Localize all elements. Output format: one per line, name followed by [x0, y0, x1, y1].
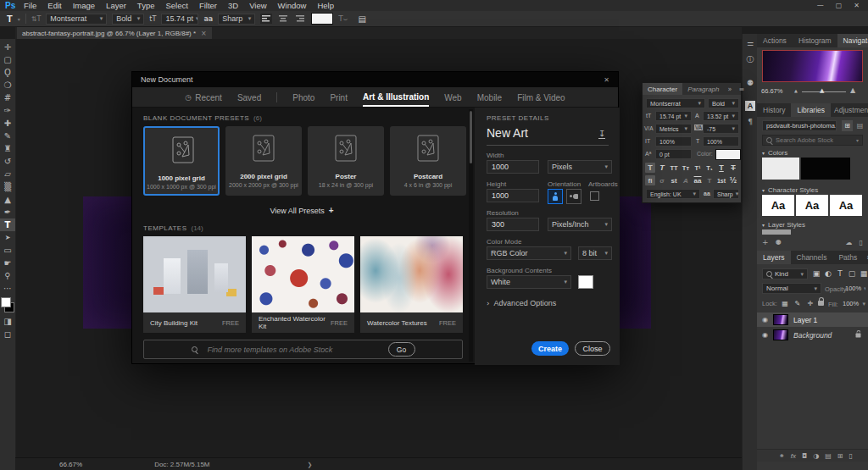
visibility-eye-icon[interactable]: ◉	[762, 316, 768, 323]
resolution-input[interactable]	[487, 218, 539, 231]
color-swatches[interactable]	[1, 297, 14, 312]
properties-panel-icon[interactable]: ⚌	[747, 39, 754, 47]
lock-pixels-icon[interactable]: ✎	[793, 298, 803, 308]
layer-name[interactable]: Layer 1	[793, 316, 817, 324]
small-caps-toggle[interactable]: Tᴛ	[681, 163, 691, 173]
layer-name[interactable]: Background	[793, 331, 832, 340]
character-styles-collapse-icon[interactable]: ▾	[762, 187, 765, 193]
menu-edit[interactable]: Edit	[47, 1, 61, 10]
menu-3d[interactable]: 3D	[228, 1, 238, 10]
char-anti-alias-select[interactable]: Sharp	[713, 189, 739, 199]
document-name-field[interactable]: New Art	[487, 126, 528, 140]
type-tool-icon[interactable]: T	[0, 218, 15, 231]
tab-navigator[interactable]: Navigator	[837, 34, 868, 47]
layer-effects-icon[interactable]: fx	[791, 452, 796, 460]
tab-channels[interactable]: Channels	[791, 251, 833, 264]
menu-image[interactable]: Image	[73, 1, 95, 10]
background-contents-select[interactable]: White	[487, 275, 571, 289]
link-layers-icon[interactable]: ⚭	[779, 452, 785, 460]
tab-photo[interactable]: Photo	[292, 89, 314, 106]
zoom-in-icon[interactable]: ▲	[850, 86, 855, 94]
crop-tool-icon[interactable]: #	[0, 91, 15, 104]
tab-histogram[interactable]: Histogram	[793, 34, 837, 47]
template-card-watercolor-textures[interactable]: Watercolor Textures FREE	[360, 236, 463, 333]
preset-card-poster[interactable]: Poster 18 x 24 in @ 300 ppi	[308, 126, 384, 196]
background-color-swatch[interactable]	[578, 275, 593, 289]
blur-tool-icon[interactable]: ▲	[0, 193, 15, 206]
template-search-input[interactable]	[203, 346, 360, 354]
align-right-icon[interactable]	[294, 14, 306, 24]
healing-brush-tool-icon[interactable]: ✚	[0, 117, 15, 130]
character-styles-section-header[interactable]: Character Styles	[768, 186, 818, 194]
menu-view[interactable]: View	[249, 1, 266, 10]
text-color-swatch[interactable]	[311, 13, 333, 25]
marquee-tool-icon[interactable]: ▢	[0, 53, 15, 66]
menu-window[interactable]: Window	[278, 1, 307, 10]
rectangle-tool-icon[interactable]: ▭	[0, 244, 15, 257]
advanced-options-toggle[interactable]: › Advanced Options	[487, 299, 556, 307]
tab-libraries[interactable]: Libraries	[791, 103, 831, 117]
height-input[interactable]	[487, 189, 539, 202]
menu-help[interactable]: Help	[317, 1, 334, 10]
lock-all-icon[interactable]	[818, 301, 824, 306]
zoom-slider-thumb[interactable]: ▲	[820, 87, 824, 94]
dialog-close-button[interactable]: Close	[575, 341, 610, 356]
width-input[interactable]	[487, 160, 539, 174]
zoom-out-icon[interactable]: ▲	[794, 88, 798, 93]
char-vscale-value[interactable]: 100%	[655, 136, 692, 147]
tab-film-video[interactable]: Film & Video	[517, 89, 565, 106]
grid-view-icon[interactable]: ⊞	[842, 120, 853, 131]
new-layer-icon[interactable]: ⊞	[837, 452, 843, 460]
character-style-item[interactable]: Aa	[762, 195, 794, 216]
info-panel-icon[interactable]: ⓘ	[747, 54, 754, 65]
align-center-icon[interactable]	[277, 14, 289, 24]
filter-type-icon[interactable]: T	[835, 268, 845, 279]
tab-print[interactable]: Print	[330, 89, 348, 106]
layer-style-item[interactable]	[762, 229, 791, 235]
lock-transparency-icon[interactable]: ▦	[780, 298, 790, 308]
view-all-presets-button[interactable]: View All Presets +	[132, 206, 471, 215]
dialog-title-bar[interactable]: New Document ✕	[132, 72, 618, 87]
screen-mode-icon[interactable]: ◻	[0, 328, 15, 340]
layer-styles-section-header[interactable]: Layer Styles	[768, 221, 805, 229]
search-go-button[interactable]: Go	[388, 342, 415, 357]
eraser-tool-icon[interactable]: ▱	[0, 168, 15, 180]
layer-thumbnail[interactable]	[773, 329, 788, 340]
character-style-item[interactable]: Aa	[830, 195, 862, 216]
library-color-swatch-white[interactable]	[762, 158, 799, 180]
zoom-tool-icon[interactable]: ⚲	[0, 269, 15, 282]
swash-toggle[interactable]: A	[681, 175, 691, 185]
navigator-zoom-value[interactable]: 66.67%	[761, 87, 782, 95]
ordinals-toggle[interactable]: 1st	[716, 175, 726, 185]
navigator-preview[interactable]	[762, 50, 863, 82]
library-search-field[interactable]: Search Adobe Stock ▾	[762, 135, 863, 146]
delete-library-item-icon[interactable]: ▯	[860, 239, 863, 246]
tab-actions[interactable]: Actions	[757, 34, 793, 47]
all-caps-toggle[interactable]: TT	[669, 163, 679, 173]
width-unit-select[interactable]: Pixels	[548, 160, 612, 174]
orientation-landscape-button[interactable]	[566, 189, 581, 204]
add-mask-icon[interactable]: ◘	[802, 452, 807, 460]
orientation-portrait-button[interactable]	[548, 189, 563, 204]
clone-stamp-tool-icon[interactable]: ♜	[0, 142, 15, 155]
strikethrough-toggle[interactable]: T	[728, 163, 738, 173]
filter-pixel-icon[interactable]: ▣	[811, 268, 821, 279]
color-mode-select[interactable]: RGB Color	[487, 246, 571, 260]
layer-styles-collapse-icon[interactable]: ▾	[762, 222, 765, 228]
tool-preset-caret-icon[interactable]: ▾	[18, 16, 20, 22]
tab-art-illustration[interactable]: Art & Illustration	[363, 88, 429, 107]
save-preset-icon[interactable]: ↧	[598, 130, 605, 139]
titling-alternates-toggle[interactable]: T	[704, 175, 715, 185]
opacity-value[interactable]: 100%	[845, 283, 865, 294]
warp-text-icon[interactable]: T⌣	[338, 14, 348, 24]
character-style-item[interactable]: Aa	[796, 195, 828, 216]
delete-layer-icon[interactable]: ▯	[849, 452, 853, 460]
char-kerning-select[interactable]: Metrics	[655, 124, 692, 134]
menu-layer[interactable]: Layer	[106, 1, 126, 10]
preset-card-postcard[interactable]: Postcard 4 x 6 in @ 300 ppi	[390, 126, 466, 196]
char-style-select[interactable]: Bold	[708, 98, 739, 108]
tab-recent[interactable]: ◷ Recent	[185, 89, 222, 106]
toggle-panels-icon[interactable]: ▤	[359, 14, 366, 24]
font-family-select[interactable]: Montserrat	[46, 14, 107, 25]
tab-paragraph[interactable]: Paragraph	[682, 83, 724, 95]
